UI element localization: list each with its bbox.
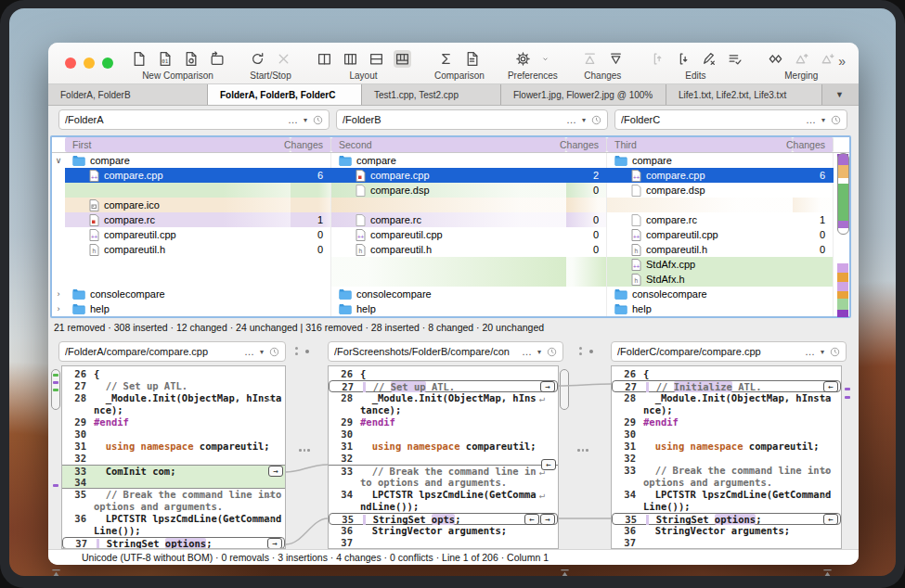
next-change-icon[interactable] — [607, 50, 625, 68]
new-binary-comparison-icon[interactable]: 01 — [156, 50, 174, 68]
tree-column-header[interactable]: First — [65, 137, 291, 152]
tree-row[interactable]: ++compareutil.cpp0++compareutil.cpp0++co… — [52, 227, 849, 242]
file-path-input-2[interactable]: /ForScreenshots/FolderB/compare/con…▾ — [328, 341, 563, 362]
minimize-button[interactable] — [84, 58, 95, 69]
merge-right-button[interactable]: → — [540, 381, 555, 392]
tree-row[interactable]: hcompareutil.h0hcompareutil.h0hcompareut… — [52, 242, 849, 257]
history-icon[interactable] — [310, 115, 323, 125]
previous-change-icon[interactable] — [581, 50, 599, 68]
file-path-input-3[interactable]: /FolderC/compare/compare.cpp…▾ — [611, 341, 847, 362]
right-pane-change-gutter — [843, 365, 853, 549]
history-icon[interactable] — [828, 115, 841, 125]
tree-row[interactable]: ++StdAfx.cpp — [52, 257, 849, 272]
go-first-change-icon[interactable] — [51, 566, 61, 576]
tree-column-header[interactable]: Second — [331, 137, 566, 152]
go-first-change-icon[interactable] — [560, 566, 570, 576]
folder-path-input-1[interactable]: /FolderA…▾ — [58, 109, 330, 130]
more-button[interactable]: … — [803, 114, 819, 125]
right-gap-handle[interactable] — [577, 449, 588, 452]
tree-column-header[interactable]: Changes — [291, 137, 331, 152]
code-pane-first[interactable]: 26{27 // Set up ATL.28 _Module.Init(Obje… — [61, 365, 286, 549]
more-button[interactable]: … — [563, 114, 579, 125]
tree-row[interactable]: hStdAfx.h — [52, 272, 849, 287]
code-pane-second[interactable]: 26{27 // Set up ATL.→28 _Module.Init(Obj… — [328, 365, 559, 549]
history-icon[interactable] — [827, 347, 840, 357]
tab-3[interactable]: Test1.cpp, Test2.cpp — [362, 84, 501, 105]
dropdown-caret-button[interactable]: ▾ — [579, 116, 588, 124]
code-pane-third[interactable]: 26{27 // Initialize ATL.←28 _Module.Init… — [611, 365, 842, 549]
report-document-icon[interactable] — [463, 50, 481, 68]
merge-left-button[interactable]: ← — [823, 514, 838, 525]
more-button[interactable]: … — [241, 346, 257, 357]
merge-left-button[interactable]: ← — [823, 381, 838, 392]
file-icon-doc — [631, 185, 641, 197]
expander-icon[interactable]: ∨ — [52, 156, 65, 165]
tree-column-header[interactable]: Third — [607, 137, 793, 152]
stop-x-icon[interactable] — [275, 50, 292, 68]
expander-icon[interactable]: › — [52, 289, 65, 299]
dropdown-caret-button[interactable]: ▾ — [257, 348, 266, 356]
layout-two-row-icon[interactable] — [368, 50, 385, 68]
middle-pane-scrollbar[interactable] — [560, 365, 570, 549]
more-button[interactable]: … — [285, 114, 301, 125]
new-text-comparison-icon[interactable] — [130, 50, 148, 68]
merge-left-button[interactable]: ← — [524, 514, 539, 525]
tree-row[interactable]: ›helphelphelp — [52, 301, 849, 316]
tree-row[interactable]: compare.rc1compare.rc0compare.rc1 — [52, 212, 849, 227]
merge-right-button[interactable]: → — [268, 466, 283, 477]
dropdown-caret-button[interactable]: ▾ — [301, 116, 310, 124]
merge-diamonds-icon[interactable] — [767, 50, 784, 68]
zoom-button[interactable] — [102, 58, 113, 69]
merge-right-button[interactable]: → — [540, 514, 555, 525]
tree-row[interactable]: compare.dsp0compare.dsp — [52, 183, 849, 198]
new-image-comparison-icon[interactable] — [182, 50, 200, 68]
header-handle-right[interactable] — [579, 347, 593, 355]
tab-2[interactable]: FolderA, FolderB, FolderC — [208, 84, 362, 105]
tab-4[interactable]: Flower1.jpg, Flower2.jpg @ 100% — [501, 84, 666, 105]
accept-edits-icon[interactable] — [726, 50, 743, 68]
history-icon[interactable] — [266, 347, 279, 357]
merge-right-button[interactable]: → — [267, 538, 282, 549]
file-path-input-1[interactable]: /FolderA/compare/compare.cpp…▾ — [58, 341, 286, 362]
new-folder-comparison-icon[interactable] — [208, 50, 226, 68]
chevron-down-icon[interactable] — [540, 50, 550, 68]
folder-path-input-3[interactable]: /FolderC…▾ — [614, 109, 847, 130]
left-gap-handle[interactable] — [299, 449, 310, 452]
tree-row[interactable]: compare.ico — [52, 198, 849, 212]
tab-5[interactable]: Life1.txt, Life2.txt, Life3.txt — [666, 84, 822, 105]
history-icon[interactable] — [544, 347, 557, 357]
more-button[interactable]: … — [519, 346, 535, 357]
conflict-down-icon[interactable] — [819, 50, 836, 68]
dropdown-caret-button[interactable]: ▾ — [819, 116, 828, 124]
merge-left-button[interactable]: ← — [541, 459, 556, 470]
refresh-icon[interactable] — [249, 50, 266, 68]
toolbar-overflow-button[interactable]: » — [838, 54, 846, 69]
dropdown-caret-button[interactable]: ▾ — [818, 348, 827, 356]
go-first-change-icon[interactable] — [822, 566, 833, 576]
tab-overflow-button[interactable]: ▼ — [830, 88, 849, 101]
next-edit-icon[interactable] — [674, 50, 692, 68]
discard-edits-icon[interactable] — [700, 50, 718, 68]
previous-edit-icon[interactable] — [648, 50, 666, 68]
tree-row[interactable]: ›consolecompareconsolecompareconsolecomp… — [52, 287, 849, 301]
dropdown-caret-button[interactable]: ▾ — [535, 348, 544, 356]
header-handle-left[interactable] — [295, 347, 309, 355]
sigma-icon[interactable] — [437, 50, 455, 68]
tab-1[interactable]: FolderA, FolderB — [48, 84, 208, 105]
history-icon[interactable] — [588, 115, 601, 125]
gear-icon[interactable] — [514, 50, 532, 68]
layout-three-over-one-icon[interactable] — [394, 50, 411, 68]
more-button[interactable]: … — [802, 346, 818, 357]
tree-row[interactable]: ∨comparecomparecompare — [52, 153, 849, 168]
tree-scrollbar-thumb[interactable] — [837, 153, 849, 235]
middle-pane-scrollbar-thumb[interactable] — [560, 369, 569, 410]
layout-three-pane-icon[interactable] — [342, 50, 359, 68]
layout-two-pane-icon[interactable] — [316, 50, 333, 68]
expander-icon[interactable]: › — [52, 304, 65, 313]
conflict-up-icon[interactable] — [793, 50, 810, 68]
tree-column-header[interactable]: Changes — [793, 137, 834, 152]
tree-row[interactable]: ++compare.cpp6compare.cpp2++compare.cpp6 — [52, 168, 849, 183]
close-button[interactable] — [65, 58, 76, 69]
folder-path-input-2[interactable]: /FolderB…▾ — [336, 109, 608, 130]
tree-column-header[interactable]: Changes — [566, 137, 607, 152]
